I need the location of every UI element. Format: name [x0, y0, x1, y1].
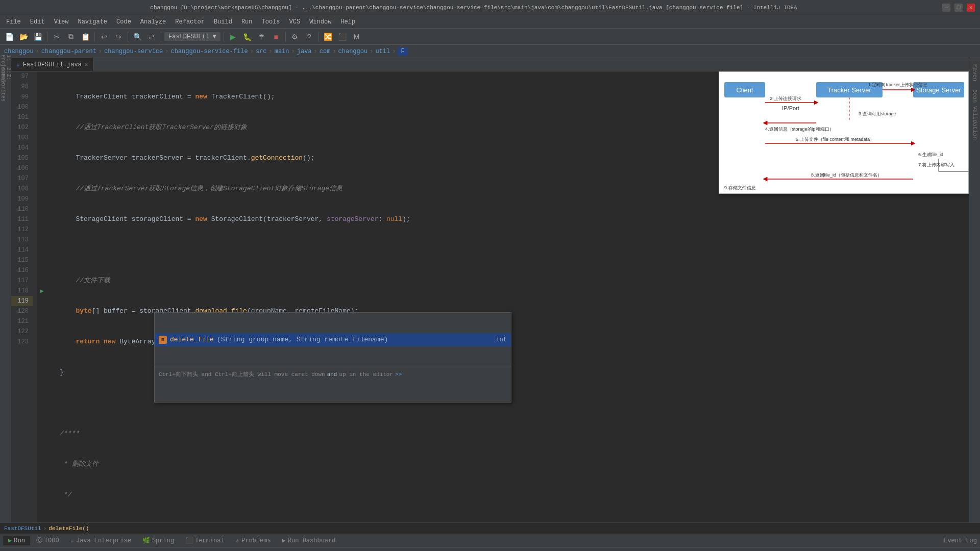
toolbar-cut[interactable]: ✂ — [51, 31, 63, 43]
maven-panel-button[interactable]: Maven — [971, 60, 979, 85]
java-enterprise-tab-icon: ☕ — [70, 537, 74, 544]
code-editor[interactable]: Client Tracker Server Storage Server IP/… — [11, 71, 969, 522]
toolbar-settings[interactable]: ⚙ — [289, 31, 301, 43]
run-tab-label: Run — [14, 537, 25, 544]
editor-container: ☕ FastDFSUtil.java ✕ Client Tracker Serv… — [11, 58, 969, 522]
toolbar-open[interactable]: 📂 — [17, 31, 30, 43]
bottom-tab-problems[interactable]: ⚠ Problems — [231, 536, 276, 545]
nav-service-file[interactable]: changgou-service-file — [170, 48, 248, 55]
toolbar-sep4 — [161, 32, 161, 42]
bottom-tab-run[interactable]: ▶ Run — [3, 536, 30, 545]
bottom-tabs-bar: ▶ Run ⓪ TODO ☕ Java Enterprise 🌿 Spring … — [0, 534, 980, 547]
nav-service[interactable]: changgou-service — [104, 48, 163, 55]
nav-java[interactable]: java — [297, 48, 312, 55]
event-log-button[interactable]: Event Log — [944, 537, 977, 544]
nav-main[interactable]: main — [275, 48, 289, 55]
toolbar-sep3 — [128, 32, 128, 42]
toolbar-undo[interactable]: ↩ — [98, 31, 110, 43]
gutter-101: 101 — [11, 112, 33, 122]
toolbar-paste[interactable]: 📋 — [79, 31, 91, 43]
svg-text:IP/Port: IP/Port — [782, 105, 799, 111]
gutter-109: 109 — [11, 194, 33, 204]
close-button[interactable]: ✕ — [967, 4, 975, 12]
run-indicator-122: ▶ — [38, 286, 46, 296]
menu-code[interactable]: Code — [112, 17, 135, 27]
main-area: 1: Project 2: Commit Z: Favorites ☕ Fast… — [0, 58, 980, 522]
bottom-tab-run-dashboard[interactable]: ▶ Run Dashboard — [277, 536, 341, 545]
spring-tab-label: Spring — [152, 537, 174, 544]
run-dashboard-tab-icon: ▶ — [282, 537, 286, 544]
tab-fastdfsutil[interactable]: ☕ FastDFSUtil.java ✕ — [11, 58, 93, 71]
line-number-gutter: 97 98 99 100 101 102 103 104 105 106 107… — [11, 71, 37, 522]
toolbar-redo[interactable]: ↪ — [112, 31, 125, 43]
menu-window[interactable]: Window — [305, 17, 335, 27]
toolbar-new[interactable]: 📄 — [3, 31, 15, 43]
nav-sep10: › — [392, 48, 396, 55]
menu-edit[interactable]: Edit — [26, 17, 49, 27]
svg-text:4.返回信息（storage的ip和端口）: 4.返回信息（storage的ip和端口） — [765, 127, 834, 132]
bottom-tab-java-enterprise[interactable]: ☕ Java Enterprise — [65, 536, 136, 545]
gutter-98: 98 — [11, 82, 33, 92]
menu-refactor[interactable]: Refactor — [171, 17, 209, 27]
menu-analyze[interactable]: Analyze — [136, 17, 170, 27]
autocomplete-return-type: int — [496, 335, 507, 345]
autocomplete-method-name: delete_file — [170, 335, 214, 345]
nav-src[interactable]: src — [256, 48, 267, 55]
gutter-111: 111 — [11, 214, 33, 224]
tab-close-icon[interactable]: ✕ — [85, 61, 88, 68]
toolbar-terminal[interactable]: ⬛ — [336, 31, 349, 43]
gutter-100: 100 — [11, 102, 33, 112]
toolbar-search[interactable]: 🔍 — [131, 31, 143, 43]
nav-current-file[interactable]: F — [398, 47, 407, 56]
autocomplete-item[interactable]: m delete_file(String group_name, String … — [155, 333, 511, 346]
nav-changgou2[interactable]: changgou — [338, 48, 368, 55]
run-config-selector[interactable]: FastDFSUtil ▼ — [164, 32, 220, 41]
run-arrow-icon: ▶ — [40, 287, 43, 295]
toolbar-stop[interactable]: ■ — [270, 31, 282, 43]
menu-help[interactable]: Help — [336, 17, 359, 27]
gutter-107: 107 — [11, 173, 33, 184]
toolbar-replace[interactable]: ⇄ — [145, 31, 158, 43]
autocomplete-hint-text2: up in the editor — [339, 369, 393, 380]
menu-build[interactable]: Build — [210, 17, 236, 27]
toolbar: 📄 📂 💾 ✂ ⧉ 📋 ↩ ↪ 🔍 ⇄ FastDFSUtil ▼ ▶ 🐛 ☂ … — [0, 29, 980, 45]
nav-com[interactable]: com — [320, 48, 331, 55]
autocomplete-hint-and: and — [327, 369, 337, 380]
toolbar-run-coverage[interactable]: ☂ — [256, 31, 268, 43]
menu-vcs[interactable]: VCS — [285, 17, 305, 27]
zfavorites-panel-button[interactable]: Z: Favorites — [1, 83, 11, 93]
bean-validation-panel-button[interactable]: Bean Validation — [971, 85, 979, 144]
nav-changgou[interactable]: changgou — [4, 48, 34, 55]
bottom-tab-todo[interactable]: ⓪ TODO — [31, 535, 64, 546]
autocomplete-hint-link[interactable]: >> — [395, 369, 402, 380]
toolbar-help[interactable]: ? — [303, 31, 315, 43]
breadcrumb-fastdfsutil[interactable]: FastDFSUtil — [4, 525, 41, 532]
breadcrumb-deletefile[interactable]: deleteFile() — [48, 525, 89, 532]
nav-sep8: › — [332, 48, 336, 55]
toolbar-run[interactable]: ▶ — [227, 31, 239, 43]
toolbar-vcs[interactable]: 🔀 — [322, 31, 334, 43]
menu-tools[interactable]: Tools — [258, 17, 284, 27]
toolbar-copy[interactable]: ⧉ — [65, 31, 77, 43]
menu-file[interactable]: File — [2, 17, 25, 27]
gutter-115: 115 — [11, 255, 33, 265]
bottom-tab-terminal[interactable]: ⬛ Terminal — [180, 536, 230, 545]
svg-text:Tracker Server: Tracker Server — [827, 86, 871, 94]
toolbar-save[interactable]: 💾 — [32, 31, 44, 43]
bottom-tab-spring[interactable]: 🌿 Spring — [137, 536, 179, 545]
menu-run[interactable]: Run — [237, 17, 257, 27]
tab-bar: ☕ FastDFSUtil.java ✕ — [11, 58, 969, 71]
nav-sep5: › — [269, 48, 273, 55]
java-enterprise-tab-label: Java Enterprise — [76, 537, 131, 544]
toolbar-debug[interactable]: 🐛 — [241, 31, 254, 43]
autocomplete-popup[interactable]: m delete_file(String group_name, String … — [154, 312, 511, 403]
code-line-108: /**** — [42, 429, 969, 439]
toolbar-maven[interactable]: M — [351, 31, 363, 43]
menu-navigate[interactable]: Navigate — [74, 17, 111, 27]
maximize-button[interactable]: □ — [954, 4, 963, 12]
menu-view[interactable]: View — [50, 17, 73, 27]
nav-parent[interactable]: changgou-parent — [41, 48, 96, 55]
nav-util[interactable]: util — [375, 48, 390, 55]
code-line-102 — [42, 245, 969, 255]
minimize-button[interactable]: — — [942, 4, 950, 12]
